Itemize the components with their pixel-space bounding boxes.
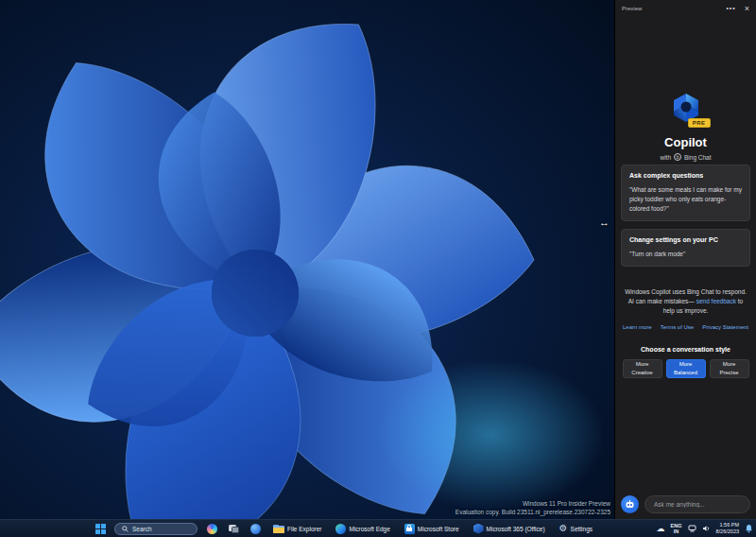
edge-icon [335,524,346,534]
file-explorer-icon [273,525,284,533]
style-more-balanced-button[interactable]: More Balanced [666,359,706,378]
taskbar-app-microsoft-edge[interactable]: Microsoft Edge [332,522,393,536]
more-options-icon[interactable]: ••• [726,6,735,11]
copilot-header: Preview ••• × [615,0,756,13]
style-btn-line2: Precise [719,369,738,376]
insider-watermark: Windows 11 Pro Insider Preview Evaluatio… [455,500,610,517]
system-tray: ☁ ENG IN 1:56 PM 8/26/2023 [657,520,753,537]
suggestion-card-complex-questions[interactable]: Ask complex questions "What are some mea… [621,165,750,221]
speaker-glyph [702,525,711,532]
card-title: Ask complex questions [629,172,742,179]
suggestion-card-change-settings[interactable]: Change settings on your PC "Turn on dark… [621,229,750,267]
privacy-statement-link[interactable]: Privacy Statement [702,324,748,330]
desktop-screen: Windows 11 Pro Insider Preview Evaluatio… [0,0,756,537]
taskbar-app-label: Microsoft 365 (Office) [487,526,545,532]
ask-me-anything-input[interactable] [644,495,750,513]
taskbar-left-group: Search File Explorer Microsoft Edge [93,520,596,537]
copilot-disclaimer: Windows Copilot uses Bing Chat to respon… [625,287,747,315]
taskbar-app-label: Settings [571,526,593,532]
watermark-line1: Windows 11 Pro Insider Preview [455,500,610,509]
taskbar-app-label: File Explorer [287,526,321,532]
copilot-branding: PRE Copilot with b Bing Chat [615,91,756,161]
preview-label: Preview [622,6,642,11]
store-icon [404,524,415,534]
cloud-glyph: ☁ [657,525,665,533]
search-placeholder: Search [132,526,152,532]
network-icon[interactable] [688,525,696,532]
watermark-line2: Evaluation copy. Build 23511.ni_prerelea… [455,509,610,517]
microsoft-365-icon [473,524,484,534]
copilot-logo: PRE [669,91,703,125]
send-feedback-link[interactable]: send feedback [696,298,736,304]
widgets-button[interactable] [248,522,263,536]
card-body: "Turn on dark mode" [629,250,742,259]
style-btn-line1: More [723,360,736,368]
language-indicator[interactable]: ENG IN [671,523,682,534]
search-icon [122,526,129,532]
taskbar-app-label: Microsoft Edge [349,526,389,532]
copilot-subtitle: with b Bing Chat [660,153,711,161]
copilot-swirl-icon [207,524,217,534]
task-view-button[interactable] [226,522,241,536]
language-line2: IN [674,528,679,534]
taskbar-app-file-explorer[interactable]: File Explorer [269,522,325,536]
conversation-style-heading: Choose a conversation style [615,346,756,353]
horizontal-resize-cursor: ↔ [599,217,610,228]
bing-icon: b [674,153,681,161]
pre-badge: PRE [688,118,711,128]
copilot-input-row [621,495,750,513]
copilot-title: Copilot [664,135,707,149]
windows-logo-icon [95,524,106,534]
tray-date: 8/26/2023 [716,528,739,535]
start-button[interactable] [93,522,108,536]
widgets-icon [250,524,261,534]
taskbar: Search File Explorer Microsoft Edge [0,519,756,537]
taskbar-search-box[interactable]: Search [114,523,198,535]
taskbar-app-microsoft-store[interactable]: Microsoft Store [401,522,463,536]
notifications-bell-icon[interactable] [745,524,753,533]
close-icon[interactable]: × [745,5,749,12]
volume-icon[interactable] [702,525,711,532]
onedrive-cloud-icon[interactable]: ☁ [657,525,665,533]
bloom-wallpaper-art [0,0,614,519]
card-title: Change settings on your PC [629,236,742,243]
legal-links-row: Learn more Terms of Use Privacy Statemen… [623,324,748,330]
subtitle-suffix: Bing Chat [684,154,712,161]
style-more-precise-button[interactable]: More Precise [710,359,749,378]
network-glyph [688,525,696,532]
bell-glyph [745,524,753,533]
taskbar-app-microsoft-365[interactable]: Microsoft 365 (Office) [470,522,549,536]
clock[interactable]: 1:56 PM 8/26/2023 [716,522,739,534]
style-more-creative-button[interactable]: More Creative [623,359,662,378]
settings-gear-icon: ⚙ [559,524,568,533]
terms-of-use-link[interactable]: Terms of Use [661,324,694,330]
style-btn-line1: More [679,360,693,368]
card-body: "What are some meals I can make for my p… [629,185,742,214]
bot-glyph [625,499,635,510]
style-btn-line2: Creative [631,369,652,376]
tray-time: 1:56 PM [720,522,739,528]
copilot-taskbar-button[interactable] [204,522,219,536]
learn-more-link[interactable]: Learn more [623,324,652,330]
copilot-header-actions: ••• × [726,5,749,12]
copilot-bot-icon [621,495,639,513]
style-btn-line1: More [636,360,649,368]
copilot-sidebar: Preview ••• × [614,0,756,519]
taskbar-app-settings[interactable]: ⚙ Settings [556,522,596,536]
desktop-wallpaper [0,0,614,519]
style-btn-line2: Balanced [674,369,697,376]
subtitle-prefix: with [660,154,671,161]
task-view-icon [229,525,239,533]
taskbar-app-label: Microsoft Store [418,526,459,532]
conversation-style-options: More Creative More Balanced More Precise [615,359,756,378]
